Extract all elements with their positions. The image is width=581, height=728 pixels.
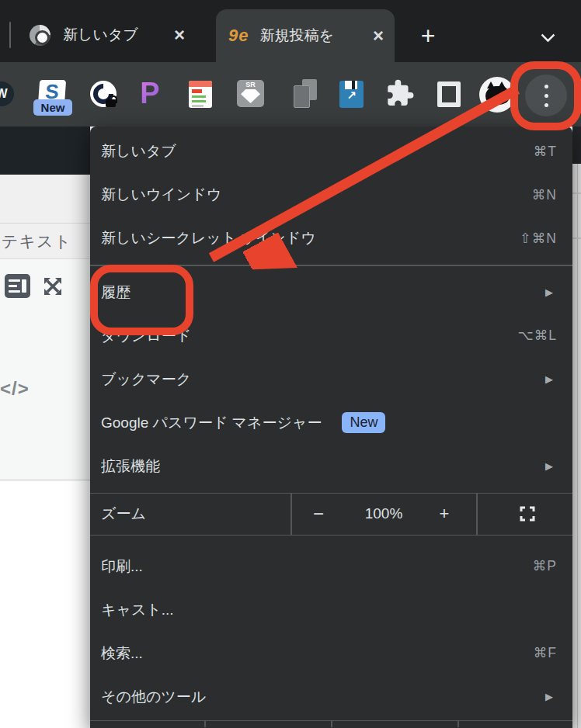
background-page-right bbox=[572, 127, 581, 728]
document-extension-icon[interactable] bbox=[189, 81, 212, 108]
editor-text-tab-label: テキスト bbox=[2, 231, 71, 252]
menu-item-history[interactable]: 履歴 ▶ bbox=[90, 271, 572, 314]
wp-admin-bar bbox=[0, 127, 90, 175]
extensions-puzzle-icon[interactable] bbox=[386, 79, 415, 108]
menu-item-downloads[interactable]: ダウンロード ⌥⌘L bbox=[90, 314, 572, 358]
edit-row-divider bbox=[331, 721, 332, 727]
menu-item-label: 検索... bbox=[101, 643, 143, 664]
menu-item-shortcut: ⌘T bbox=[534, 144, 557, 160]
fullscreen-button[interactable] bbox=[510, 494, 545, 535]
menu-item-label: 拡張機能 bbox=[101, 456, 160, 477]
code-icon[interactable]: </> bbox=[0, 378, 30, 400]
menu-item-label: その他のツール bbox=[101, 687, 206, 707]
background-divider-line bbox=[572, 192, 581, 194]
tab-new-post-active[interactable]: 9e 新規投稿を × bbox=[216, 9, 395, 62]
zoom-divider bbox=[290, 494, 292, 535]
menu-item-more-tools[interactable]: その他のツール ▶ bbox=[90, 675, 572, 719]
password-lock-extension-icon[interactable] bbox=[90, 81, 117, 107]
chrome-logo-icon bbox=[30, 25, 50, 46]
wordpress-extension-icon[interactable]: W bbox=[0, 81, 14, 106]
side-panel-icon[interactable] bbox=[437, 81, 461, 107]
fullscreen-icon bbox=[519, 505, 536, 522]
extension-new-badge: New bbox=[33, 99, 72, 116]
menu-item-shortcut: ⌥⌘L bbox=[518, 328, 557, 344]
profile-avatar[interactable] bbox=[479, 77, 515, 113]
tab-close-icon[interactable]: × bbox=[373, 26, 384, 45]
menu-item-shortcut: ⇧⌘N bbox=[520, 231, 557, 247]
editor-text-tab[interactable]: テキスト bbox=[0, 223, 90, 259]
chrome-main-menu: 新しいタブ ⌘T 新しいウインドウ ⌘N 新しいシークレット ウインドウ ⇧⌘N… bbox=[90, 127, 572, 728]
submenu-arrow-icon: ▶ bbox=[545, 691, 553, 702]
background-dark-strip bbox=[572, 127, 581, 164]
menu-edit-row-partial bbox=[90, 721, 572, 727]
new-tab-button[interactable]: + bbox=[414, 23, 442, 50]
p-extension-icon[interactable]: P bbox=[137, 78, 163, 108]
menu-zoom-row: ズーム − 100% + bbox=[90, 493, 572, 536]
menu-item-cast[interactable]: キャスト... bbox=[90, 588, 572, 632]
sr-diamond-extension-icon[interactable]: SR bbox=[237, 80, 264, 107]
tab-close-icon[interactable]: × bbox=[174, 26, 185, 44]
menu-item-extensions[interactable]: 拡張機能 ▶ bbox=[90, 445, 572, 488]
menu-item-label: 新しいウインドウ bbox=[101, 185, 221, 205]
menu-item-label: ダウンロード bbox=[101, 326, 191, 346]
menu-item-print[interactable]: 印刷... ⌘P bbox=[90, 545, 572, 588]
background-page-left: テキスト </> bbox=[0, 127, 90, 728]
tab-new-tab[interactable]: 新しいタブ × bbox=[19, 11, 196, 59]
menu-item-bookmarks[interactable]: ブックマーク ▶ bbox=[90, 358, 572, 401]
menu-item-label: 履歴 bbox=[101, 283, 130, 303]
menu-separator bbox=[90, 265, 572, 266]
submenu-arrow-icon: ▶ bbox=[545, 373, 553, 385]
menu-item-label: キャスト... bbox=[101, 600, 174, 620]
menu-item-shortcut: ⌘F bbox=[534, 645, 557, 661]
menu-item-new-window[interactable]: 新しいウインドウ ⌘N bbox=[90, 173, 572, 217]
tab-divider bbox=[9, 22, 11, 48]
menu-item-new-incognito-window[interactable]: 新しいシークレット ウインドウ ⇧⌘N bbox=[90, 217, 572, 260]
zoom-in-button[interactable]: + bbox=[430, 494, 458, 535]
page-toolbar-area bbox=[0, 175, 90, 223]
menu-item-shortcut: ⌘P bbox=[533, 558, 557, 574]
tab-search-chevron-icon[interactable] bbox=[541, 28, 555, 42]
editor-content-area bbox=[0, 480, 90, 728]
zoom-label: ズーム bbox=[101, 494, 146, 535]
tab-title: 新しいタブ bbox=[63, 25, 150, 45]
three-dot-menu-button[interactable] bbox=[525, 75, 567, 116]
copy-pages-extension-icon[interactable] bbox=[294, 79, 317, 109]
menu-item-shortcut: ⌘N bbox=[532, 187, 557, 203]
menu-item-label: 新しいタブ bbox=[101, 141, 176, 161]
zoom-out-button[interactable]: − bbox=[304, 494, 332, 535]
submenu-arrow-icon: ▶ bbox=[545, 460, 553, 472]
zoom-divider bbox=[476, 494, 478, 535]
screenshot-root: { "tabstrip": { "tabs": [ { "title": "新し… bbox=[0, 0, 581, 728]
new-badge: New bbox=[342, 412, 385, 433]
menu-item-label: ブックマーク bbox=[101, 369, 191, 390]
toolbar-toggle-icon[interactable] bbox=[5, 274, 30, 298]
save-floppy-extension-icon[interactable]: ↗ bbox=[339, 81, 364, 108]
background-divider-line bbox=[572, 237, 581, 239]
zoom-level-value: 100% bbox=[356, 494, 412, 535]
background-edge-line bbox=[577, 164, 578, 728]
edit-row-divider bbox=[204, 721, 206, 727]
fullscreen-expand-icon[interactable] bbox=[41, 275, 64, 298]
menu-item-label: 印刷... bbox=[101, 556, 143, 577]
edit-row-divider bbox=[457, 721, 459, 727]
submenu-arrow-icon: ▶ bbox=[545, 286, 553, 298]
menu-item-find[interactable]: 検索... ⌘F bbox=[90, 632, 572, 675]
tab-strip: 新しいタブ × 9e 新規投稿を × + bbox=[0, 0, 581, 62]
menu-item-label: Google パスワード マネージャー bbox=[101, 413, 322, 433]
menu-item-new-tab[interactable]: 新しいタブ ⌘T bbox=[90, 130, 572, 173]
tab-title: 新規投稿を bbox=[259, 26, 351, 46]
menu-item-password-manager[interactable]: Google パスワード マネージャー New bbox=[90, 401, 572, 445]
site-favicon-icon: 9e bbox=[228, 26, 249, 46]
menu-item-label: 新しいシークレット ウインドウ bbox=[101, 228, 316, 248]
